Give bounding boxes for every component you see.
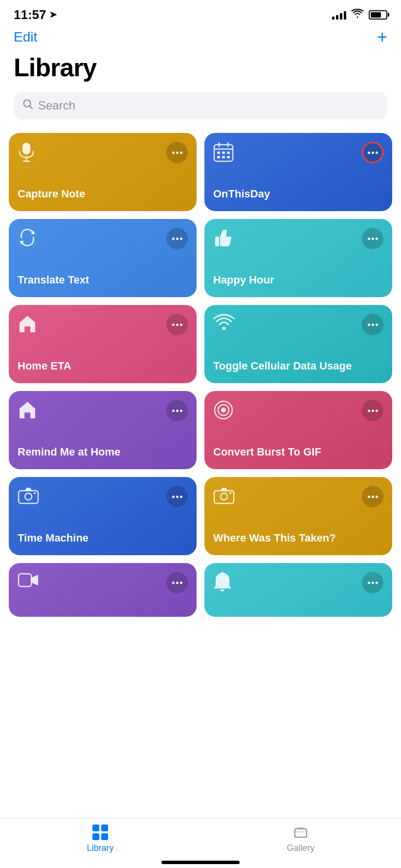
thumbsup-icon [213, 228, 233, 251]
wifi-icon [351, 9, 364, 21]
shortcut-card-toggle-cellular[interactable]: Toggle Cellular Data Usage [204, 305, 392, 383]
search-container: Search [0, 92, 401, 133]
svg-rect-32 [295, 829, 307, 837]
signal-icon [332, 10, 346, 20]
library-grid-icon [92, 825, 108, 840]
tab-library-label: Library [87, 843, 113, 853]
header: Edit + [0, 26, 401, 51]
svg-rect-28 [19, 574, 31, 586]
home-icon [18, 314, 37, 336]
more-options-button[interactable] [166, 400, 188, 421]
shortcut-card-where-taken[interactable]: Where Was This Taken? [204, 477, 392, 555]
svg-point-27 [229, 492, 231, 494]
tab-gallery-label: Gallery [287, 843, 314, 853]
card-label: Happy Hour [213, 273, 383, 287]
shortcut-card-time-machine[interactable]: Time Machine [9, 477, 197, 555]
edit-button[interactable]: Edit [14, 29, 37, 45]
status-time: 11:57 ➤ [14, 7, 57, 22]
card-label: Convert Burst To GIF [213, 445, 383, 459]
gallery-layers-icon [292, 825, 309, 840]
shortcut-card-capture-note[interactable]: Capture Note [9, 133, 197, 211]
more-options-button[interactable] [166, 228, 188, 249]
more-options-button[interactable] [362, 228, 383, 249]
video-icon [18, 572, 39, 591]
more-options-button[interactable] [166, 572, 188, 593]
battery-icon [369, 10, 387, 20]
home-indicator [161, 861, 240, 864]
svg-rect-17 [215, 237, 219, 246]
more-options-button[interactable] [166, 142, 188, 163]
more-options-button[interactable] [166, 314, 188, 335]
card-label: OnThisDay [213, 187, 383, 201]
svg-line-1 [30, 106, 33, 109]
svg-rect-10 [222, 152, 225, 154]
card-label: Remind Me at Home [18, 445, 188, 459]
more-options-button-highlighted[interactable] [362, 142, 383, 163]
svg-rect-11 [227, 152, 230, 154]
shortcut-card-notification[interactable] [204, 563, 392, 617]
card-label: Time Machine [18, 531, 188, 545]
status-icons [332, 9, 387, 21]
refresh-icon [18, 228, 37, 250]
svg-rect-2 [22, 143, 30, 154]
card-label: Translate Text [18, 273, 188, 287]
camera-icon [18, 486, 39, 507]
camera-icon-2 [213, 486, 235, 507]
svg-rect-12 [217, 156, 220, 158]
more-options-button[interactable] [362, 486, 383, 507]
card-label: Capture Note [18, 187, 188, 201]
tab-gallery[interactable]: Gallery [200, 825, 401, 853]
bell-icon [213, 572, 232, 595]
tab-library[interactable]: Library [0, 825, 200, 853]
mic-icon [18, 142, 35, 166]
card-label: Toggle Cellular Data Usage [213, 359, 383, 373]
svg-point-23 [25, 493, 32, 500]
status-bar: 11:57 ➤ [0, 0, 401, 26]
svg-rect-14 [227, 156, 230, 158]
shortcut-card-remind-home[interactable]: Remind Me at Home [9, 391, 197, 469]
page-title: Library [0, 51, 401, 92]
target-icon [213, 400, 234, 423]
svg-rect-13 [222, 156, 225, 158]
more-options-button[interactable] [362, 314, 383, 335]
add-button[interactable]: + [377, 28, 387, 46]
shortcut-card-happy-hour[interactable]: Happy Hour [204, 219, 392, 297]
svg-point-18 [223, 327, 226, 330]
search-icon [22, 99, 33, 112]
location-icon: ➤ [49, 9, 57, 20]
calendar-icon [213, 142, 234, 165]
shortcut-card-onthisday[interactable]: OnThisDay [204, 133, 392, 211]
svg-point-24 [34, 492, 36, 494]
search-placeholder: Search [38, 99, 75, 112]
svg-rect-30 [295, 829, 307, 837]
card-label: Where Was This Taken? [213, 531, 383, 545]
search-bar[interactable]: Search [14, 92, 387, 119]
svg-point-21 [221, 408, 226, 412]
more-options-button[interactable] [166, 486, 188, 507]
more-options-button[interactable] [362, 572, 383, 593]
wifi-signal-icon [213, 314, 235, 334]
more-options-button[interactable] [362, 400, 383, 421]
home-icon-2 [18, 400, 37, 422]
shortcuts-grid: Capture Note [0, 133, 401, 617]
shortcut-card-translate[interactable]: Translate Text [9, 219, 197, 297]
shortcut-card-convert-burst[interactable]: Convert Burst To GIF [204, 391, 392, 469]
svg-point-26 [221, 493, 227, 500]
card-label: Home ETA [18, 359, 188, 373]
svg-rect-9 [217, 152, 220, 154]
shortcut-card-home-eta[interactable]: Home ETA [9, 305, 197, 383]
shortcut-card-video[interactable] [9, 563, 197, 617]
